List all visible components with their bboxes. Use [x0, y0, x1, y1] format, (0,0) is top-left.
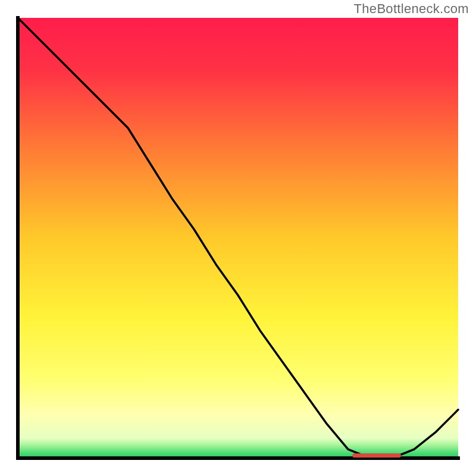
bottleneck-chart [0, 0, 476, 476]
chart-container: { "watermark": "TheBottleneck.com", "cha… [0, 0, 476, 476]
sweet-spot-marker [352, 453, 400, 458]
